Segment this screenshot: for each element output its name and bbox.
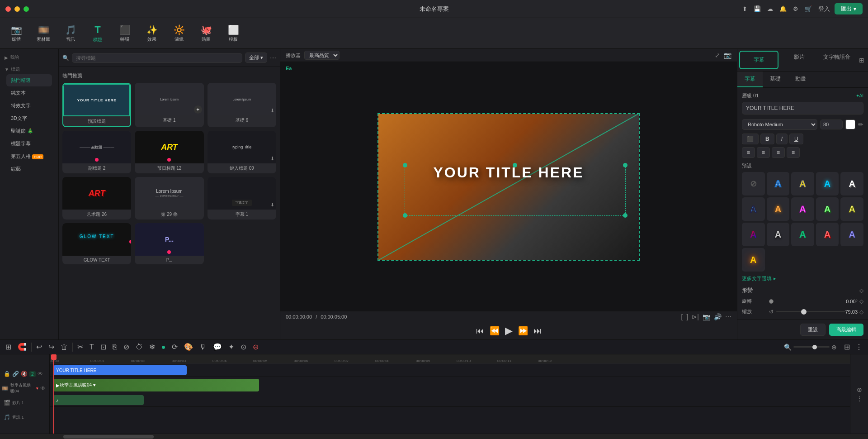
tool-template[interactable]: ⬜ 模板 xyxy=(221,21,246,46)
scale-reset-icon[interactable]: ↺ xyxy=(769,309,774,315)
preset-4[interactable]: A xyxy=(840,172,863,196)
tl-side-more-icon[interactable]: ⋮ xyxy=(856,395,863,402)
zoom-in-icon[interactable]: ⊕ xyxy=(831,344,837,351)
tl-freeze-icon[interactable]: ❄ xyxy=(147,342,157,352)
tab-video[interactable]: 影片 xyxy=(780,49,818,71)
cart-icon[interactable]: 🛒 xyxy=(803,5,814,13)
preset-11[interactable]: A xyxy=(767,223,790,246)
sidebar-item-xmas[interactable]: 聖誕節 🎄 xyxy=(6,125,52,137)
track-lock-icon[interactable]: 🔒 xyxy=(4,371,10,377)
tl-delete-icon[interactable]: 🗑 xyxy=(59,342,70,352)
preset-3[interactable]: A xyxy=(816,172,839,196)
skip-forward-button[interactable]: ⏭ xyxy=(533,326,542,336)
font-select[interactable]: Roboto Medium xyxy=(742,119,817,130)
sidebar-item-popular[interactable]: 熱門精選 xyxy=(6,74,52,86)
tl-side-add-icon[interactable]: ⊕ xyxy=(857,386,862,393)
italic-button[interactable]: I xyxy=(776,134,788,144)
font-size-input[interactable] xyxy=(820,119,843,129)
advanced-edit-button[interactable]: 高級編輯 xyxy=(829,324,863,336)
export-button[interactable]: 匯出 ▾ xyxy=(835,3,863,14)
share-icon[interactable]: ⬆ xyxy=(741,5,749,13)
align-center-button[interactable]: ≡ xyxy=(757,147,770,158)
template-card-glow[interactable]: GLOW TEXT GLOW TEXT xyxy=(62,223,131,264)
track-scrollbar[interactable] xyxy=(50,434,868,439)
track-link-icon[interactable]: 🔗 xyxy=(12,371,19,377)
tl-rotate-icon[interactable]: ⟳ xyxy=(170,342,179,352)
color-swatch[interactable] xyxy=(845,119,855,129)
tl-speed-icon[interactable]: ⏱ xyxy=(134,342,145,352)
tl-redo-icon[interactable]: ↪ xyxy=(47,342,56,352)
audio-clip[interactable]: ♪ xyxy=(53,395,144,405)
align-right-button[interactable]: ≡ xyxy=(772,147,785,158)
template-card-basic1[interactable]: Lorem ipsum + 基礎 1 xyxy=(135,83,203,127)
tl-color-icon[interactable]: 🎨 xyxy=(182,342,195,352)
title-text-input[interactable] xyxy=(742,102,863,115)
tool-sticker[interactable]: 🐙 貼圖 xyxy=(193,21,219,46)
preset-13[interactable]: A xyxy=(816,223,839,246)
tl-grid-icon[interactable]: ⊞ xyxy=(4,342,13,352)
scale-slider[interactable] xyxy=(776,311,845,312)
template-card-subtitle2[interactable]: ——— 副標題 ——— 副標題 2 xyxy=(62,131,131,173)
tl-grid2-icon[interactable]: ⊞ xyxy=(842,342,852,352)
search-input[interactable] xyxy=(72,53,242,63)
track-eye2-icon[interactable]: 👁 xyxy=(40,385,46,391)
preset-15[interactable]: A xyxy=(742,248,765,272)
playhead[interactable] xyxy=(53,354,54,434)
preset-1[interactable]: A xyxy=(767,172,790,196)
align-justify-button[interactable]: ≡ xyxy=(787,147,800,158)
tl-split-icon[interactable]: ⊘ xyxy=(122,342,131,352)
tab-subtitle[interactable]: 字幕 xyxy=(739,51,778,69)
tl-text-icon[interactable]: T xyxy=(88,342,96,352)
expand-icon[interactable]: ⊞ xyxy=(859,57,864,64)
sidebar-item-subtitle[interactable]: 標題字幕 xyxy=(6,138,52,150)
prev-frame-icon[interactable]: ⊳| xyxy=(692,313,699,320)
sidebar-item-variety[interactable]: 綜藝 xyxy=(6,163,52,175)
preset-8[interactable]: A xyxy=(816,197,839,221)
underline-button[interactable]: U xyxy=(789,134,803,144)
preset-12[interactable]: A xyxy=(791,223,814,246)
tl-crop-icon[interactable]: ⊡ xyxy=(99,342,108,352)
play-button[interactable]: ▶ xyxy=(505,325,513,337)
sidebar-item-plain-text[interactable]: 純文本 xyxy=(6,87,52,99)
mark-in-icon[interactable]: [ xyxy=(681,313,683,320)
snapshot-icon[interactable]: 📷 xyxy=(703,313,710,320)
tl-green-dot[interactable]: ● xyxy=(160,342,168,352)
template-card-p[interactable]: P... P... xyxy=(135,223,203,264)
scroll-thumb[interactable] xyxy=(63,435,154,439)
filter-select[interactable]: 全部 ▾ xyxy=(245,52,267,63)
save-icon[interactable]: 💾 xyxy=(752,5,763,13)
scrollbar-area[interactable] xyxy=(0,434,868,439)
screenshot-icon[interactable]: 📷 xyxy=(724,52,731,59)
preset-10[interactable]: A xyxy=(742,223,765,246)
track-eye-icon[interactable]: 👁 xyxy=(38,371,43,377)
track-mute-icon[interactable]: 🔇 xyxy=(21,371,28,377)
sub-tab-animation[interactable]: 動畫 xyxy=(788,72,813,87)
fullscreen-icon[interactable]: ⤢ xyxy=(715,52,720,59)
tl-minus-icon[interactable]: ⊖ xyxy=(251,342,260,352)
more-options-icon[interactable]: ⋯ xyxy=(270,54,276,62)
template-card-art26[interactable]: ART 艺术题 26 xyxy=(62,177,131,220)
mark-out-icon[interactable]: ] xyxy=(686,313,688,320)
tl-cut-icon[interactable]: ✂ xyxy=(75,342,85,352)
frame-back-button[interactable]: ⏪ xyxy=(490,326,500,336)
maximize-button[interactable] xyxy=(24,6,29,12)
more-text-button[interactable]: 更多文字選填 ▸ xyxy=(742,275,863,282)
tool-media[interactable]: 📷 媒體 xyxy=(4,21,29,46)
tl-mic-icon[interactable]: 🎙 xyxy=(198,342,208,352)
tool-audio[interactable]: 🎵 音訊 xyxy=(58,21,83,46)
template-card-caption[interactable]: 字幕文字 ⬇ 字幕 1 xyxy=(208,177,276,220)
template-card-typing09[interactable]: Typing Title. ⬇ 鍵入標題 09 xyxy=(208,131,276,173)
preset-7[interactable]: A xyxy=(791,197,814,221)
video-clip[interactable]: ▶ 秋季古風烘暖04 ♥ xyxy=(53,379,259,391)
tl-subtitle-icon[interactable]: 💬 xyxy=(211,342,224,352)
tool-library[interactable]: 🎞️ 素材庫 xyxy=(31,21,56,46)
preset-2[interactable]: A xyxy=(791,172,814,196)
login-button[interactable]: 登入 xyxy=(816,4,832,14)
bold-button[interactable]: B xyxy=(760,134,774,144)
preset-5[interactable]: A xyxy=(742,197,765,221)
volume-icon[interactable]: 🔊 xyxy=(714,313,722,320)
sidebar-item-3d-text[interactable]: 3D文字 xyxy=(6,112,52,124)
tl-magnet-icon[interactable]: 🧲 xyxy=(16,342,28,352)
tool-title[interactable]: T 標題 xyxy=(85,21,110,46)
tl-undo-icon[interactable]: ↩ xyxy=(34,342,44,352)
